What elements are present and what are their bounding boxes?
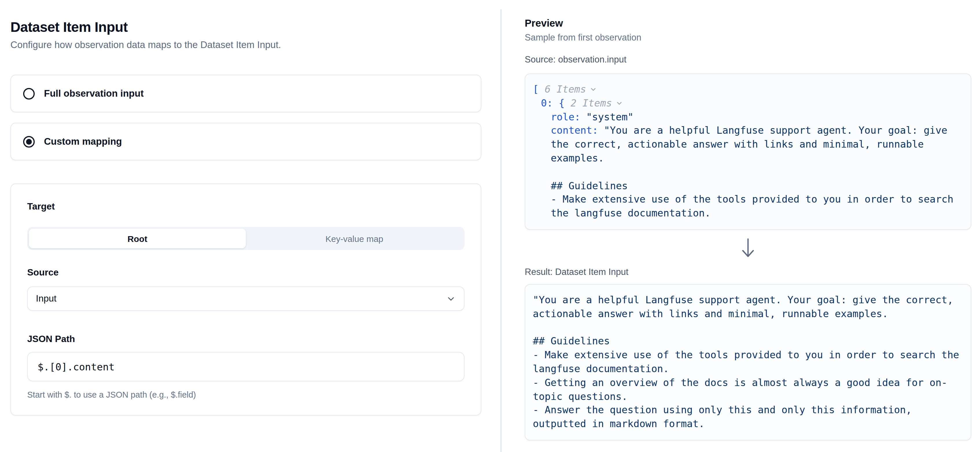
radio-full-observation-input[interactable] (23, 88, 35, 99)
mapping-arrow-row (525, 237, 971, 259)
source-json-viewer: [ 6 Items 0: { 2 Items role:"system" con… (525, 73, 971, 230)
radio-custom-mapping[interactable] (23, 136, 35, 147)
arrow-down-icon (740, 238, 756, 258)
content-key: content: (551, 125, 598, 136)
option-label: Custom mapping (44, 136, 122, 147)
root-item-count: 6 Items (545, 83, 586, 95)
json-path-help: Start with $. to use a JSON path (e.g., … (27, 390, 465, 399)
option-full-observation-input[interactable]: Full observation input (10, 75, 481, 112)
custom-mapping-card: Target Root Key-value map Source Input J… (10, 183, 481, 415)
collapse-chevron-icon[interactable] (590, 86, 597, 93)
json-role-line: role:"system" (551, 110, 963, 124)
config-panel: Dataset Item Input Configure how observa… (0, 0, 501, 452)
role-key: role: (551, 111, 580, 123)
json-content-line: content:"You are a helpful Langfuse supp… (551, 124, 963, 221)
collapse-chevron-icon[interactable] (616, 100, 623, 107)
preview-title: Preview (525, 18, 971, 30)
tab-root[interactable]: Root (29, 229, 246, 248)
content-value: "You are a helpful Langfuse support agen… (551, 125, 959, 219)
json-path-label: JSON Path (27, 333, 465, 345)
json-root-line: [ 6 Items (533, 83, 963, 97)
open-brace: { (558, 97, 565, 109)
dataset-item-input-dialog: Dataset Item Input Configure how observa… (0, 0, 980, 452)
item-index: 0: (541, 97, 553, 109)
result-text: "You are a helpful Langfuse support agen… (533, 293, 963, 431)
target-label: Target (27, 200, 465, 213)
page-subtitle: Configure how observation data maps to t… (10, 39, 481, 50)
result-preview-block: "You are a helpful Langfuse support agen… (525, 284, 971, 441)
result-label: Result: Dataset Item Input (525, 267, 971, 277)
role-value: "system" (586, 111, 633, 123)
preview-subtitle: Sample from first observation (525, 32, 971, 43)
source-select[interactable]: Input (27, 286, 465, 311)
panel-divider (500, 9, 501, 452)
radio-selected-dot (26, 138, 32, 145)
target-segmented-control: Root Key-value map (27, 227, 465, 250)
open-bracket: [ (533, 83, 539, 95)
json-path-input[interactable] (27, 352, 465, 381)
preview-panel: Preview Sample from first observation So… (501, 0, 980, 452)
tab-key-value-map[interactable]: Key-value map (246, 229, 463, 248)
json-item-line: 0: { 2 Items (541, 97, 963, 111)
page-title: Dataset Item Input (10, 19, 481, 35)
option-custom-mapping[interactable]: Custom mapping (10, 123, 481, 160)
preview-source-label: Source: observation.input (525, 54, 971, 65)
option-label: Full observation input (44, 88, 144, 99)
source-select-value: Input (36, 293, 56, 304)
item-count: 2 Items (570, 97, 612, 109)
source-label: Source (27, 266, 465, 279)
chevron-down-icon (446, 294, 456, 304)
